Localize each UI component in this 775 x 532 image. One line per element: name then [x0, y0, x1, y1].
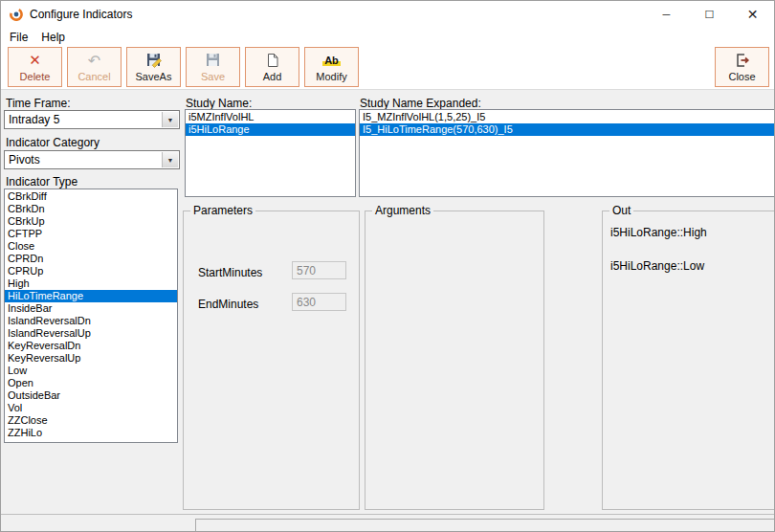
delete-icon: ✕	[29, 52, 41, 69]
cancel-button-label: Cancel	[78, 71, 110, 82]
list-item[interactable]: High	[5, 277, 177, 290]
parameters-groupbox: Parameters	[183, 211, 360, 510]
indicator-type-label: Indicator Type	[6, 175, 78, 188]
close-button-label: Close	[728, 71, 755, 82]
undo-icon: ↶	[88, 52, 100, 69]
study-name-listbox[interactable]: i5MZInflVolHLi5HiLoRange	[185, 109, 356, 197]
save-as-icon	[146, 52, 162, 69]
end-minutes-label: EndMinutes	[198, 298, 258, 311]
start-minutes-label: StartMinutes	[198, 266, 262, 279]
list-item[interactable]: CBrkDiff	[5, 190, 177, 203]
list-item[interactable]: Close	[5, 240, 177, 253]
delete-button-label: Delete	[20, 71, 51, 82]
app-logo-icon	[9, 7, 24, 22]
list-item[interactable]: InsideBar	[5, 302, 177, 315]
add-button[interactable]: Add	[245, 47, 299, 87]
list-item[interactable]: KeyReversalDn	[5, 340, 177, 352]
time-frame-label: Time Frame:	[6, 97, 71, 110]
list-item[interactable]: Vol	[5, 402, 177, 414]
save-as-button-label: SaveAs	[136, 71, 172, 82]
arguments-groupbox: Arguments	[365, 211, 544, 510]
modify-ab-icon: Ab	[322, 52, 341, 69]
time-frame-value: Intraday 5	[9, 111, 59, 128]
indicator-category-label: Indicator Category	[6, 136, 100, 149]
study-name-expanded-label: Study Name Expanded:	[360, 97, 481, 110]
titlebar: Configure Indicators ─ ☐ ✕	[1, 1, 774, 28]
list-item[interactable]: Open	[5, 377, 177, 389]
window-controls: ─ ☐ ✕	[645, 1, 774, 28]
list-item[interactable]: i5MZInflVolHL	[186, 111, 355, 123]
list-item[interactable]: I5_HiLoTimeRange(570,630)_I5	[360, 123, 775, 136]
list-item[interactable]: CPRUp	[5, 265, 177, 277]
list-item[interactable]: CBrkUp	[5, 215, 177, 228]
indicator-type-listbox[interactable]: CBrkDiffCBrkDnCBrkUpCFTPPCloseCPRDnCPRUp…	[4, 188, 178, 443]
menu-help[interactable]: Help	[34, 31, 72, 44]
list-item[interactable]: ZZClose	[5, 414, 177, 427]
list-item[interactable]: Low	[5, 365, 177, 377]
list-item[interactable]: CFTPP	[5, 228, 177, 240]
save-button-label: Save	[201, 71, 225, 82]
configure-indicators-window: Configure Indicators ─ ☐ ✕ File Help ✕ D…	[0, 0, 775, 532]
menu-bar: File Help	[1, 28, 774, 46]
list-item[interactable]: IslandReversalUp	[5, 327, 177, 340]
list-item[interactable]: OutsideBar	[5, 389, 177, 402]
delete-button[interactable]: ✕ Delete	[8, 47, 62, 87]
list-item: i5HiLoRange::Low	[610, 250, 707, 283]
modify-button-label: Modify	[316, 71, 346, 82]
modify-button[interactable]: Ab Modify	[304, 47, 359, 87]
close-window-button[interactable]: ✕	[731, 1, 774, 28]
cancel-button[interactable]: ↶ Cancel	[67, 47, 122, 87]
study-name-expanded-listbox[interactable]: I5_MZInflVolHL(1,5,25)_I5I5_HiLoTimeRang…	[359, 109, 775, 197]
list-item[interactable]: HiLoTimeRange	[5, 290, 177, 302]
close-button[interactable]: Close	[715, 47, 769, 87]
time-frame-dropdown[interactable]: Intraday 5 ▼	[4, 110, 180, 129]
menu-file[interactable]: File	[3, 31, 34, 44]
end-minutes-input[interactable]	[292, 293, 346, 311]
save-as-button[interactable]: SaveAs	[126, 47, 181, 87]
save-icon	[206, 52, 221, 69]
window-title: Configure Indicators	[30, 8, 132, 21]
maximize-button[interactable]: ☐	[688, 1, 731, 28]
list-item: i5HiLoRange::High	[610, 216, 707, 250]
list-item[interactable]: ZZHiLo	[5, 427, 177, 439]
indicator-category-value: Pivots	[9, 151, 40, 168]
indicator-category-dropdown[interactable]: Pivots ▼	[4, 150, 180, 169]
list-item[interactable]: CPRDn	[5, 253, 177, 265]
close-exit-icon	[735, 52, 750, 69]
parameters-title: Parameters	[190, 204, 255, 217]
list-item[interactable]: CBrkDn	[5, 203, 177, 215]
list-item[interactable]: IslandReversalDn	[5, 315, 177, 327]
start-minutes-input[interactable]	[292, 261, 346, 279]
save-button[interactable]: Save	[186, 47, 240, 87]
list-item[interactable]: i5HiLoRange	[186, 123, 355, 136]
out-list: i5HiLoRange::Highi5HiLoRange::Low	[610, 216, 707, 283]
list-item[interactable]: KeyReversalUp	[5, 352, 177, 365]
toolbar: ✕ Delete ↶ Cancel SaveAs	[1, 46, 774, 90]
chevron-down-icon[interactable]: ▼	[162, 112, 178, 127]
chevron-down-icon[interactable]: ▼	[162, 152, 178, 167]
minimize-button[interactable]: ─	[645, 1, 688, 28]
arguments-title: Arguments	[372, 204, 433, 217]
add-button-label: Add	[263, 71, 282, 82]
study-name-label: Study Name:	[186, 97, 252, 110]
list-item[interactable]: I5_MZInflVolHL(1,5,25)_I5	[360, 111, 775, 123]
status-panel	[195, 519, 775, 532]
out-title: Out	[609, 204, 633, 217]
bottom-divider	[1, 514, 774, 515]
new-document-icon	[265, 52, 280, 69]
